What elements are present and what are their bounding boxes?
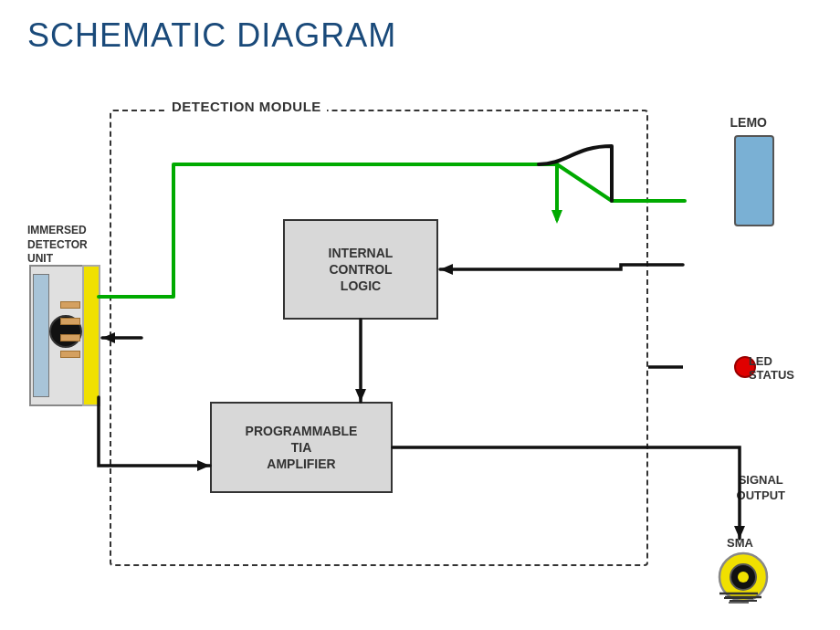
detector-assembly (29, 265, 111, 411)
led-status-label: LEDSTATUS (749, 354, 794, 382)
diagram-container: DETECTION MODULE LEMO INTERNALCONTROLLOG… (27, 73, 813, 612)
lemo-connector (734, 135, 774, 226)
detector-strip-4 (60, 351, 80, 358)
page-title: SCHEMATIC DIAGRAM (27, 16, 396, 55)
control-logic-box: INTERNALCONTROLLOGIC (283, 219, 438, 320)
detector-yellow-strip (82, 265, 100, 406)
detector-strip-1 (60, 301, 80, 309)
svg-point-2 (738, 572, 749, 583)
detector-blue (33, 274, 49, 397)
detection-module-border: DETECTION MODULE (110, 110, 648, 566)
sma-connector (718, 551, 769, 603)
immersed-detector-label: IMMERSEDDETECTORUNIT (27, 224, 100, 267)
control-logic-label: INTERNALCONTROLLOGIC (329, 245, 394, 295)
detector-strip-2 (60, 318, 80, 325)
tia-amplifier-label: PROGRAMMABLETIAAMPLIFIER (246, 423, 358, 473)
lemo-label: LEMO (730, 115, 767, 130)
sma-label: SMA (727, 536, 753, 550)
detector-strip-3 (60, 334, 80, 341)
detection-module-label: DETECTION MODULE (166, 99, 327, 114)
tia-amplifier-box: PROGRAMMABLETIAAMPLIFIER (210, 402, 393, 493)
signal-output-label: SIGNALOUTPUT (737, 473, 785, 504)
